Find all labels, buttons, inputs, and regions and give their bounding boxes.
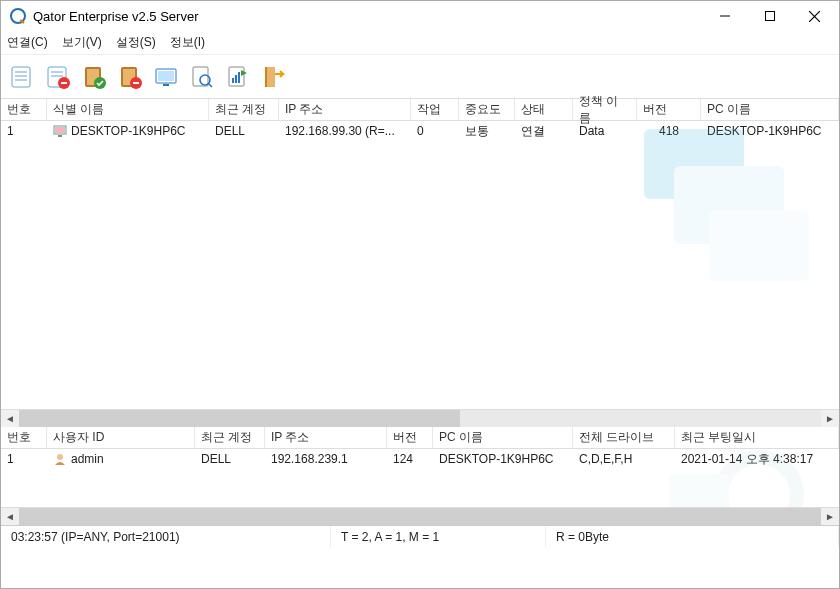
toolbar-screen-button[interactable]: [149, 60, 183, 94]
svg-line-27: [208, 83, 212, 87]
menu-info[interactable]: 정보(I): [170, 34, 205, 51]
svg-rect-30: [235, 75, 237, 83]
scroll-track[interactable]: [19, 508, 821, 525]
col2-recent-acct[interactable]: 최근 계정: [195, 427, 265, 448]
svg-rect-31: [238, 72, 240, 83]
col-status[interactable]: 상태: [515, 99, 573, 120]
cell-no: 1: [1, 124, 47, 138]
scroll-thumb[interactable]: [19, 508, 821, 525]
toolbar-list-denied-button[interactable]: [41, 60, 75, 94]
menubar: 연결(C) 보기(V) 설정(S) 정보(I): [1, 31, 839, 55]
cell-recent-acct: DELL: [209, 124, 279, 138]
svg-rect-33: [267, 67, 275, 87]
col-ip[interactable]: IP 주소: [279, 99, 411, 120]
monitor-icon: [53, 124, 67, 138]
scroll-left-icon[interactable]: ◄: [1, 508, 19, 525]
cell2-user-id: admin: [47, 452, 195, 466]
col-policy[interactable]: 정책 이름: [573, 99, 637, 120]
svg-point-40: [57, 454, 63, 460]
svg-rect-38: [674, 166, 784, 244]
col-task[interactable]: 작업: [411, 99, 459, 120]
cell2-ip: 192.168.239.1: [265, 452, 387, 466]
close-button[interactable]: [792, 2, 837, 30]
app-window: Qator Enterprise v2.5 Server 연결(C) 보기(V)…: [0, 0, 840, 589]
table-row[interactable]: 1 DESKTOP-1K9HP6C DELL 192.168.99.30 (R=…: [1, 121, 839, 141]
col-no[interactable]: 번호: [1, 99, 47, 120]
col2-ip[interactable]: IP 주소: [265, 427, 387, 448]
cell-id-name-text: DESKTOP-1K9HP6C: [71, 124, 186, 138]
cell2-no: 1: [1, 452, 47, 466]
svg-rect-3: [765, 12, 774, 21]
col-version[interactable]: 버전: [637, 99, 701, 120]
users-hscrollbar[interactable]: ◄ ►: [1, 507, 839, 525]
col2-pc-name[interactable]: PC 이름: [433, 427, 573, 448]
col-pc-name[interactable]: PC 이름: [701, 99, 839, 120]
col2-no[interactable]: 번호: [1, 427, 47, 448]
svg-rect-42: [669, 475, 729, 507]
user-icon: [53, 452, 67, 466]
status-mid: T = 2, A = 1, M = 1: [331, 526, 546, 547]
col-recent-acct[interactable]: 최근 계정: [209, 99, 279, 120]
status-right: R = 0Byte: [546, 526, 839, 547]
machines-grid-header: 번호 식별 이름 최근 계정 IP 주소 작업 중요도 상태 정책 이름 버전 …: [1, 99, 839, 121]
col-importance[interactable]: 중요도: [459, 99, 515, 120]
col2-last-boot[interactable]: 최근 부팅일시: [675, 427, 839, 448]
svg-rect-6: [12, 67, 30, 87]
cell-id-name: DESKTOP-1K9HP6C: [47, 124, 209, 138]
svg-rect-24: [163, 84, 169, 86]
cell2-drives: C,D,E,F,H: [573, 452, 675, 466]
toolbar-book-denied-button[interactable]: [113, 60, 147, 94]
scroll-left-icon[interactable]: ◄: [1, 410, 19, 427]
cell-ip: 192.168.99.30 (R=...: [279, 124, 411, 138]
scroll-right-icon[interactable]: ►: [821, 508, 839, 525]
machines-grid-body: 1 DESKTOP-1K9HP6C DELL 192.168.99.30 (R=…: [1, 121, 839, 409]
machines-grid: 번호 식별 이름 최근 계정 IP 주소 작업 중요도 상태 정책 이름 버전 …: [1, 99, 839, 427]
cell-status: 연결: [515, 123, 573, 140]
cell-pc-name: DESKTOP-1K9HP6C: [701, 124, 839, 138]
svg-rect-36: [58, 135, 62, 137]
window-title: Qator Enterprise v2.5 Server: [33, 9, 702, 24]
watermark-icon: [619, 121, 819, 291]
cell-task: 0: [411, 124, 459, 138]
cell2-recent-acct: DELL: [195, 452, 265, 466]
toolbar-exit-button[interactable]: [257, 60, 291, 94]
users-grid-header: 번호 사용자 ID 최근 계정 IP 주소 버전 PC 이름 전체 드라이브 최…: [1, 427, 839, 449]
col2-version[interactable]: 버전: [387, 427, 433, 448]
toolbar: [1, 55, 839, 99]
col2-user-id[interactable]: 사용자 ID: [47, 427, 195, 448]
svg-rect-39: [709, 211, 809, 281]
status-left: 03:23:57 (IP=ANY, Port=21001): [1, 526, 331, 547]
cell-importance: 보통: [459, 123, 515, 140]
minimize-button[interactable]: [702, 2, 747, 30]
svg-rect-23: [158, 71, 174, 81]
app-icon: [9, 7, 27, 25]
col2-drives[interactable]: 전체 드라이브: [573, 427, 675, 448]
cell2-user-id-text: admin: [71, 452, 104, 466]
cell-policy: Data: [573, 124, 637, 138]
maximize-button[interactable]: [747, 2, 792, 30]
cell2-last-boot: 2021-01-14 오후 4:38:17: [675, 451, 839, 468]
machines-hscrollbar[interactable]: ◄ ►: [1, 409, 839, 427]
toolbar-list-button[interactable]: [5, 60, 39, 94]
toolbar-book-ok-button[interactable]: [77, 60, 111, 94]
svg-rect-35: [55, 127, 65, 133]
menu-settings[interactable]: 설정(S): [116, 34, 156, 51]
users-grid: 번호 사용자 ID 최근 계정 IP 주소 버전 PC 이름 전체 드라이브 최…: [1, 427, 839, 525]
statusbar: 03:23:57 (IP=ANY, Port=21001) T = 2, A =…: [1, 525, 839, 547]
cell2-pc-name: DESKTOP-1K9HP6C: [433, 452, 573, 466]
scroll-track[interactable]: [19, 410, 821, 427]
svg-rect-29: [232, 78, 234, 83]
cell-version: 418: [637, 124, 701, 138]
table-row[interactable]: 1 admin DELL 192.168.239.1 124 DESKTOP-1…: [1, 449, 839, 469]
menu-view[interactable]: 보기(V): [62, 34, 102, 51]
toolbar-report-button[interactable]: [221, 60, 255, 94]
toolbar-search-button[interactable]: [185, 60, 219, 94]
users-grid-body: 1 admin DELL 192.168.239.1 124 DESKTOP-1…: [1, 449, 839, 507]
window-controls: [702, 2, 837, 30]
col-id-name[interactable]: 식별 이름: [47, 99, 209, 120]
scroll-thumb[interactable]: [19, 410, 460, 427]
scroll-right-icon[interactable]: ►: [821, 410, 839, 427]
cell2-version: 124: [387, 452, 433, 466]
menu-connect[interactable]: 연결(C): [7, 34, 48, 51]
titlebar: Qator Enterprise v2.5 Server: [1, 1, 839, 31]
